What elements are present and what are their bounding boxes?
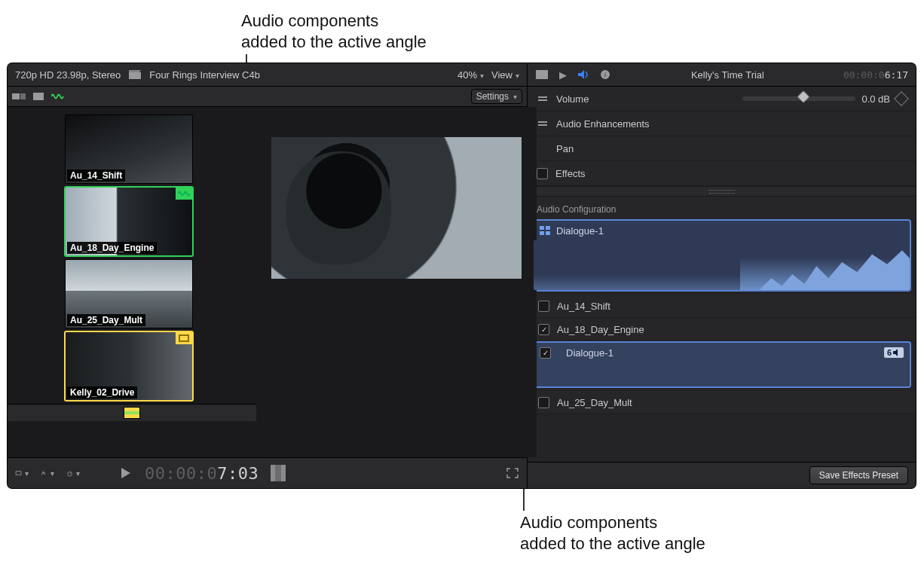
save-effects-preset-button[interactable]: Save Effects Preset [809, 466, 908, 484]
angle-item-active-video[interactable]: Kelly_02_Drive [65, 331, 193, 401]
timecode-bright: 7:03 [217, 464, 259, 483]
timecode-dim: 00:00:0 [145, 464, 217, 483]
viewer-pane: 720p HD 23.98p, Stereo Four Rings Interv… [8, 63, 528, 488]
angle-strip: Au_14_Shift Au_18_Day_Engine Au_25_Day_M… [8, 107, 259, 404]
surround-badge: 6 [884, 347, 904, 358]
view-menu[interactable]: View [491, 69, 519, 81]
angle-bottom-bar [8, 404, 256, 421]
viewer-header: 720p HD 23.98p, Stereo Four Rings Interv… [8, 63, 527, 87]
viewer-title: Four Rings Interview C4b [149, 69, 260, 81]
component-checkbox[interactable] [538, 324, 549, 335]
audio-component-row[interactable]: Au_18_Day_Engine [528, 318, 916, 341]
svg-marker-22 [893, 349, 898, 356]
svg-marker-9 [121, 468, 130, 478]
video-audio-icon[interactable] [12, 91, 26, 102]
info-inspector-tab[interactable]: i [598, 69, 612, 80]
audio-config-sub-label: Dialogue-1 [566, 347, 613, 359]
settings-menu[interactable]: Settings ▾ [471, 89, 522, 104]
viewer-format: 720p HD 23.98p, Stereo [15, 69, 121, 81]
svg-rect-18 [540, 226, 544, 230]
audio-config-sub[interactable]: Dialogue-1 6 [532, 341, 911, 388]
audio-component-row[interactable]: Au_25_Day_Mult [528, 391, 916, 414]
svg-rect-17 [538, 124, 547, 126]
waveform-icon [176, 188, 192, 200]
component-label: Au_14_Shift [557, 301, 610, 312]
volume-row: Volume 0.0 dB [528, 87, 916, 111]
viewer-subheader: Settings ▾ [8, 87, 527, 107]
angle-item-active-audio[interactable]: Au_18_Day_Engine [65, 187, 193, 256]
svg-rect-0 [129, 72, 141, 79]
effects-checkbox[interactable] [537, 168, 548, 179]
component-checkbox[interactable] [538, 301, 549, 312]
callout-bottom: Audio componentsadded to the active angl… [520, 512, 705, 554]
svg-rect-10 [536, 70, 548, 79]
fullscreen-icon[interactable] [506, 468, 519, 478]
audio-inspector-tab[interactable] [577, 69, 591, 80]
preview-area [256, 107, 537, 457]
component-label: Au_25_Day_Mult [557, 397, 632, 408]
angle-label: Au_14_Shift [67, 169, 125, 182]
svg-rect-19 [546, 226, 550, 230]
zoom-menu[interactable]: 40% [457, 69, 484, 81]
volume-label: Volume [556, 93, 589, 105]
inspector-header: ▶ i Kelly's Time Trial 00:00:06:17 [528, 63, 916, 87]
svg-rect-16 [538, 121, 547, 123]
audio-enhancements-row[interactable]: Audio Enhancements [528, 111, 916, 136]
waveform-display [534, 240, 910, 290]
svg-rect-20 [540, 231, 544, 235]
crop-tool-menu[interactable] [15, 468, 29, 478]
volume-slider[interactable] [742, 96, 855, 101]
chevron-down-icon: ▾ [513, 93, 517, 101]
inspector-title: Kelly's Time Trial [620, 69, 836, 81]
audio-config-main-label: Dialogue-1 [556, 225, 604, 237]
inspector-footer: Save Effects Preset [528, 462, 916, 488]
component-label: Au_18_Day_Engine [557, 324, 644, 335]
speed-menu[interactable] [66, 468, 80, 478]
callout-top: Audio componentsadded to the active angl… [241, 11, 427, 52]
component-checkbox[interactable] [540, 347, 551, 359]
effects-row[interactable]: Effects [528, 161, 916, 186]
angle-item[interactable]: Au_25_Day_Mult [65, 259, 193, 328]
pan-label: Pan [556, 143, 574, 154]
angle-item[interactable]: Au_14_Shift [65, 115, 193, 184]
audio-config-label: Audio Configuration [528, 197, 916, 219]
audio-meters [271, 465, 286, 481]
keyframe-icon[interactable] [894, 91, 909, 106]
svg-rect-15 [538, 99, 547, 101]
collapse-icon[interactable] [537, 94, 549, 103]
component-checkbox[interactable] [538, 397, 549, 408]
svg-rect-6 [180, 336, 188, 340]
svg-rect-14 [538, 96, 547, 98]
video-inspector-tab[interactable] [535, 69, 549, 80]
audio-config-main[interactable]: Dialogue-1 [532, 219, 911, 292]
svg-rect-2 [12, 93, 20, 99]
effects-label: Effects [555, 168, 586, 179]
video-preview[interactable] [271, 137, 522, 279]
angle-label: Au_25_Day_Mult [67, 314, 145, 326]
clapper-icon [128, 69, 142, 80]
angle-display-icon[interactable] [124, 407, 140, 419]
collapse-icon[interactable] [537, 119, 549, 128]
viewer-body: Au_14_Shift Au_18_Day_Engine Au_25_Day_M… [8, 107, 527, 457]
angle-label: Kelly_02_Drive [67, 386, 137, 399]
volume-value: 0.0 dB [861, 93, 890, 105]
svg-marker-11 [578, 70, 584, 79]
retime-tool-menu[interactable] [41, 468, 54, 478]
filmstrip-icon [176, 332, 192, 344]
play-button[interactable] [119, 468, 133, 478]
inspector-pane: ▶ i Kelly's Time Trial 00:00:06:17 Volum… [528, 63, 916, 488]
svg-marker-1 [129, 70, 141, 72]
divider-handle[interactable] [528, 186, 916, 197]
transport-bar: 00:00:07:03 [8, 457, 527, 488]
video-only-icon[interactable] [32, 91, 45, 102]
timecode-display[interactable]: 00:00:07:03 [145, 464, 259, 483]
audio-only-icon[interactable] [51, 91, 65, 102]
angle-label: Au_18_Day_Engine [67, 242, 157, 254]
color-inspector-tab[interactable]: ▶ [556, 69, 570, 80]
pan-row[interactable]: Pan [528, 136, 916, 161]
svg-rect-7 [16, 472, 21, 475]
svg-rect-3 [20, 93, 26, 99]
svg-rect-4 [33, 93, 44, 100]
audio-component-row[interactable]: Au_14_Shift [528, 295, 916, 318]
svg-rect-21 [546, 231, 550, 235]
